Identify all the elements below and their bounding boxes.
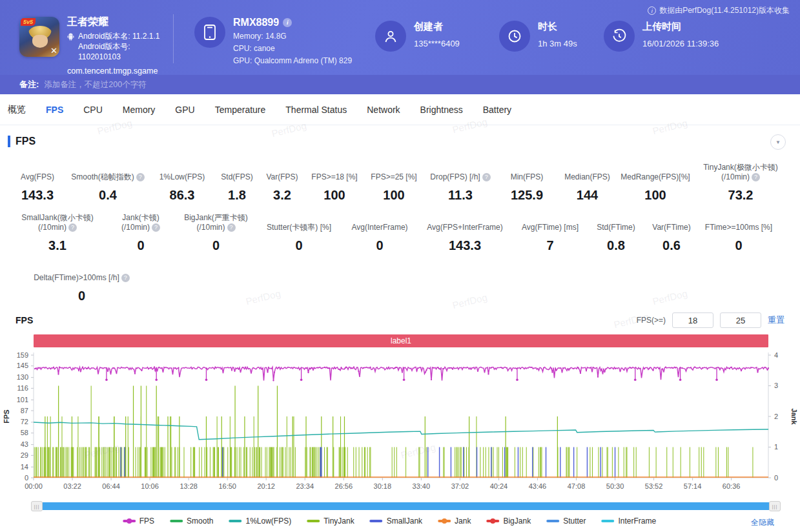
svg-text:30:18: 30:18 [374, 482, 392, 490]
svg-text:116: 116 [17, 384, 28, 392]
reset-button[interactable]: 重置 [768, 314, 785, 326]
stat-value: 143.3 [9, 188, 66, 203]
svg-text:23:34: 23:34 [296, 482, 314, 490]
stat-row: Avg(FPS)143.3Smooth(稳帧指数)?0.41%Low(FPS)8… [9, 161, 800, 203]
legend-tinyjank[interactable]: TinyJank [307, 517, 354, 526]
stat-medrange-fps-%-: MedRange(FPS)[%]100 [618, 161, 693, 203]
tab-network[interactable]: Network [367, 105, 400, 115]
stat-label: TinyJank(极微小卡顿) [693, 163, 788, 172]
legend-fps[interactable]: FPS [123, 517, 154, 526]
fps-chart[interactable]: 15914513011610187725843291404321000:0003… [0, 347, 800, 500]
legend-label: InterFrame [619, 517, 657, 526]
legend-bigjank[interactable]: BigJank [486, 517, 531, 526]
legend-label: 1%Low(FPS) [245, 517, 291, 526]
creator-value: 135****6409 [414, 39, 460, 48]
stat-ftime>=100ms-%-: FTime>=100ms [%]0 [699, 212, 778, 253]
scrollbar-left-handle[interactable]: ||| [31, 501, 43, 511]
device-info-icon[interactable]: i [283, 18, 292, 27]
stat-label: (/10min)? [693, 172, 788, 182]
stat-label: Std(FTime) [588, 223, 644, 232]
help-icon[interactable]: ? [121, 274, 130, 282]
help-icon[interactable]: ? [482, 173, 491, 181]
legend-label: BigJank [503, 517, 531, 526]
stat-value: 3.1 [9, 238, 106, 253]
duration-label: 时长 [538, 21, 577, 33]
legend-1-low-fps-[interactable]: 1%Low(FPS) [229, 517, 291, 526]
stat-label: 1%Low(FPS) [150, 172, 214, 182]
fps-threshold-input-1[interactable] [672, 312, 713, 328]
svg-text:16:50: 16:50 [218, 482, 236, 490]
scrollbar-right-handle[interactable]: ||| [769, 501, 781, 511]
stat-value: 100 [364, 188, 424, 203]
notes-input[interactable]: 添加备注，不超过200个字符 [44, 79, 146, 90]
chart-scrollbar[interactable]: ||| ||| [31, 501, 781, 511]
chart-legend-row: FPSSmooth1%Low(FPS)TinyJankSmallJankJank… [0, 517, 800, 529]
device-model: RMX8899 [233, 17, 279, 28]
stat-label: SmallJank(微小卡顿) [9, 213, 106, 223]
legend-interframe[interactable]: InterFrame [602, 517, 657, 526]
upload-time-value: 16/01/2026 11:39:36 [642, 39, 719, 48]
help-icon[interactable]: ? [152, 223, 160, 232]
stat-label: FTime>=100ms [%] [699, 223, 778, 232]
svg-text:FPS: FPS [3, 409, 10, 423]
stat-label: FPS>=18 [%] [305, 172, 364, 182]
legend-label: Stutter [563, 517, 586, 526]
stat-fps>=25-%-: FPS>=25 [%]100 [364, 161, 424, 203]
stat-value: 0 [106, 238, 176, 253]
svg-text:53:52: 53:52 [645, 482, 663, 490]
stat-value: 144 [557, 188, 618, 203]
stat-value: 86.3 [150, 188, 214, 203]
help-icon[interactable]: ? [752, 173, 760, 181]
notes-bar: 备注: 添加备注，不超过200个字符 [0, 75, 800, 94]
tab-fps[interactable]: FPS [46, 105, 63, 115]
svg-text:00:00: 00:00 [25, 482, 43, 490]
fps-threshold-input-2[interactable] [720, 312, 761, 328]
stat-label: Stutter(卡顿率) [%] [256, 223, 342, 232]
legend-marker [123, 520, 136, 522]
tab-brightness[interactable]: Brightness [420, 105, 463, 115]
tab-temperature[interactable]: Temperature [215, 105, 266, 115]
stat-value: 11.3 [424, 188, 497, 203]
help-icon[interactable]: ? [68, 223, 77, 232]
hide-all-button[interactable]: 全隐藏 [751, 517, 774, 528]
app-icon-badge: 5v5 [21, 18, 36, 26]
svg-text:58: 58 [21, 429, 28, 436]
tab-thermal-status[interactable]: Thermal Status [285, 105, 347, 115]
history-icon [604, 21, 635, 52]
svg-text:43:46: 43:46 [529, 482, 547, 490]
collapse-button[interactable]: ▼ [770, 134, 786, 150]
svg-text:2: 2 [774, 413, 778, 420]
fps-threshold-filter: FPS(>=) 重置 [637, 312, 785, 328]
report-header: i 数据由PerfDog(11.4.251012)版本收集 5v5 ✕ 王者荣耀 [0, 0, 800, 75]
clock-icon [499, 21, 530, 52]
legend-marker [602, 520, 615, 522]
legend-jank[interactable]: Jank [438, 517, 471, 526]
svg-text:87: 87 [21, 407, 28, 414]
stat-label: Drop(FPS) [/h]? [424, 172, 497, 182]
stat-row: Delta(FTime)>100ms [/h]?0 [9, 262, 800, 303]
stat-label: Avg(InterFrame) [342, 223, 418, 232]
legend-smalljank[interactable]: SmallJank [370, 517, 422, 526]
chart-legend: FPSSmooth1%Low(FPS)TinyJankSmallJankJank… [123, 517, 656, 526]
tab-cpu[interactable]: CPU [83, 105, 103, 115]
legend-marker [438, 520, 451, 522]
tab-gpu[interactable]: GPU [175, 105, 194, 115]
stat-value: 3.2 [260, 188, 305, 203]
svg-text:14: 14 [21, 463, 28, 471]
stat-label: Median(FPS) [557, 172, 618, 182]
legend-marker [170, 520, 183, 522]
tab-battery[interactable]: Battery [483, 105, 511, 115]
stat-value: 7 [512, 238, 588, 253]
tab-概览[interactable]: 概览 [8, 104, 26, 116]
legend-smooth[interactable]: Smooth [170, 517, 213, 526]
stat-var-ftime-: Var(FTime)0.6 [644, 212, 699, 253]
tab-memory[interactable]: Memory [123, 105, 156, 115]
legend-stutter[interactable]: Stutter [546, 517, 586, 526]
notes-label: 备注: [19, 79, 39, 90]
android-version: Android版本名: 11.2.1.1 [78, 31, 173, 41]
scrollbar-track[interactable] [43, 502, 769, 510]
creator-block: 创建者 135****6409 [375, 0, 499, 52]
help-icon[interactable]: ? [136, 173, 145, 181]
help-icon[interactable]: ? [227, 223, 236, 232]
stat-label: Delta(FTime)>100ms [/h]? [9, 273, 154, 283]
